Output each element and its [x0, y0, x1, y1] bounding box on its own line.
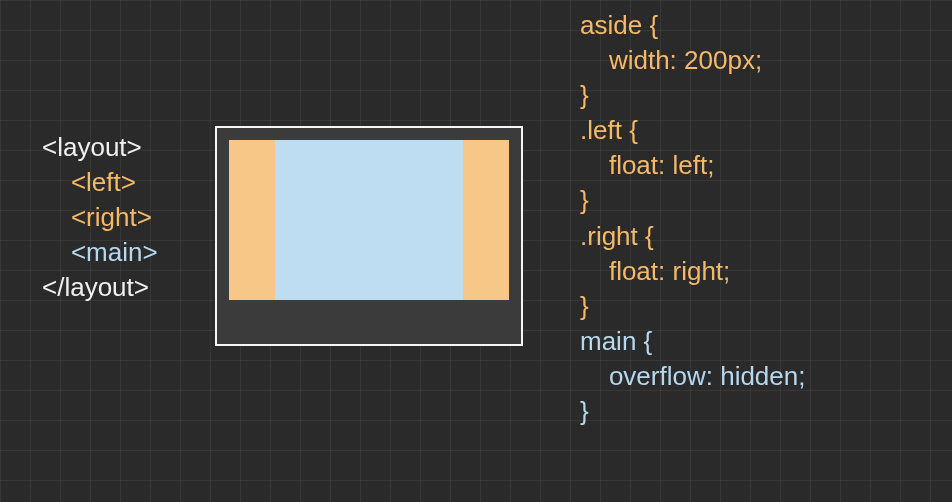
html-tag-close: </layout>: [42, 270, 158, 305]
css-right-selector: .right {: [580, 219, 805, 254]
css-aside-selector: aside {: [580, 8, 805, 43]
css-left-selector: .left {: [580, 113, 805, 148]
preview-main: [275, 140, 463, 300]
css-main-close: }: [580, 394, 805, 429]
css-aside-width: width: 200px;: [580, 43, 805, 78]
css-main-overflow: overflow: hidden;: [580, 359, 805, 394]
css-snippet: aside { width: 200px; } .left { float: l…: [580, 8, 805, 429]
html-tag-main: <main>: [42, 235, 158, 270]
layout-preview: [215, 126, 523, 346]
css-left-float: float: left;: [580, 148, 805, 183]
layout-preview-inner: [229, 140, 509, 300]
css-right-float: float: right;: [580, 254, 805, 289]
css-right-close: }: [580, 289, 805, 324]
preview-right-aside: [463, 140, 509, 300]
html-tag-left: <left>: [42, 165, 158, 200]
css-main-selector: main {: [580, 324, 805, 359]
html-tag-open: <layout>: [42, 130, 158, 165]
html-snippet: <layout> <left> <right> <main> </layout>: [42, 130, 158, 305]
preview-left-aside: [229, 140, 275, 300]
css-aside-close: }: [580, 78, 805, 113]
html-tag-right: <right>: [42, 200, 158, 235]
css-left-close: }: [580, 183, 805, 218]
